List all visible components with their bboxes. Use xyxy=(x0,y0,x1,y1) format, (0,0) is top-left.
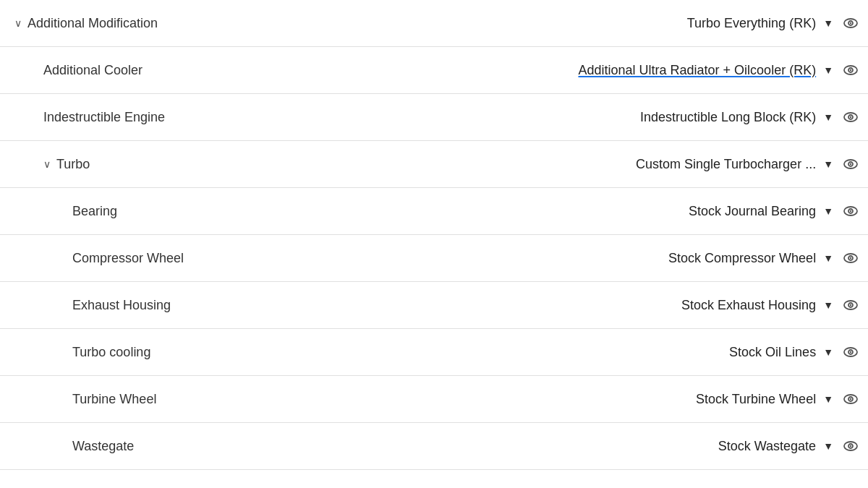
label-compressor-wheel: Compressor Wheel xyxy=(0,251,304,266)
label-text-turbo-cooling: Turbo cooling xyxy=(72,345,150,360)
modifications-panel: ∨Additional ModificationTurbo Everything… xyxy=(0,0,868,470)
svg-point-5 xyxy=(850,69,851,71)
value-text-exhaust-housing: Stock Exhaust Housing xyxy=(304,298,816,313)
svg-point-17 xyxy=(850,257,851,259)
value-col-turbo-cooling: Stock Oil Lines▼ xyxy=(304,342,868,362)
value-col-turbo: Custom Single Turbocharger ...▼ xyxy=(304,154,868,174)
value-text-wastegate: Stock Wastegate xyxy=(304,439,816,454)
eye-icon-turbo-cooling[interactable] xyxy=(841,342,861,362)
svg-point-20 xyxy=(850,304,851,306)
dropdown-arrow-turbo[interactable]: ▼ xyxy=(823,158,833,170)
value-col-exhaust-housing: Stock Exhaust Housing▼ xyxy=(304,295,868,315)
eye-icon-turbo[interactable] xyxy=(841,154,861,174)
label-text-exhaust-housing: Exhaust Housing xyxy=(72,298,171,313)
value-text-indestructible-engine: Indestructible Long Block (RK) xyxy=(304,110,816,125)
label-text-compressor-wheel: Compressor Wheel xyxy=(72,251,184,266)
label-turbo: ∨Turbo xyxy=(0,157,304,172)
eye-icon-wastegate[interactable] xyxy=(841,436,861,456)
svg-point-8 xyxy=(850,116,851,118)
label-text-additional-modification: Additional Modification xyxy=(27,16,158,31)
label-additional-cooler: Additional Cooler xyxy=(0,63,304,78)
value-col-bearing: Stock Journal Bearing▼ xyxy=(304,201,868,221)
label-turbine-wheel: Turbine Wheel xyxy=(0,392,304,407)
eye-icon-compressor-wheel[interactable] xyxy=(841,248,861,268)
label-bearing: Bearing xyxy=(0,204,304,219)
value-text-additional-modification: Turbo Everything (RK) xyxy=(304,16,816,31)
eye-icon-indestructible-engine[interactable] xyxy=(841,107,861,127)
value-col-wastegate: Stock Wastegate▼ xyxy=(304,436,868,456)
dropdown-arrow-additional-cooler[interactable]: ▼ xyxy=(823,64,833,76)
label-additional-modification: ∨Additional Modification xyxy=(0,16,304,31)
row-indestructible-engine: Indestructible EngineIndestructible Long… xyxy=(0,94,868,141)
row-additional-modification: ∨Additional ModificationTurbo Everything… xyxy=(0,0,868,47)
svg-point-29 xyxy=(850,445,851,447)
value-col-indestructible-engine: Indestructible Long Block (RK)▼ xyxy=(304,107,868,127)
dropdown-arrow-turbine-wheel[interactable]: ▼ xyxy=(823,393,833,405)
dropdown-arrow-bearing[interactable]: ▼ xyxy=(823,205,833,217)
value-col-additional-modification: Turbo Everything (RK)▼ xyxy=(304,13,868,33)
dropdown-arrow-wastegate[interactable]: ▼ xyxy=(823,440,833,452)
svg-point-26 xyxy=(850,398,851,400)
label-exhaust-housing: Exhaust Housing xyxy=(0,298,304,313)
dropdown-arrow-indestructible-engine[interactable]: ▼ xyxy=(823,111,833,123)
row-turbo: ∨TurboCustom Single Turbocharger ...▼ xyxy=(0,141,868,188)
row-compressor-wheel: Compressor WheelStock Compressor Wheel▼ xyxy=(0,235,868,282)
label-indestructible-engine: Indestructible Engine xyxy=(0,110,304,125)
dropdown-arrow-additional-modification[interactable]: ▼ xyxy=(823,17,833,29)
value-text-turbo-cooling: Stock Oil Lines xyxy=(304,345,816,360)
value-text-additional-cooler: Additional Ultra Radiator + Oilcooler (R… xyxy=(304,63,816,78)
eye-icon-bearing[interactable] xyxy=(841,201,861,221)
label-text-bearing: Bearing xyxy=(72,204,117,219)
chevron-additional-modification[interactable]: ∨ xyxy=(14,17,22,29)
label-text-turbo: Turbo xyxy=(56,157,90,172)
svg-point-2 xyxy=(850,22,851,24)
svg-point-11 xyxy=(850,163,851,165)
row-wastegate: WastegateStock Wastegate▼ xyxy=(0,423,868,470)
row-bearing: BearingStock Journal Bearing▼ xyxy=(0,188,868,235)
row-exhaust-housing: Exhaust HousingStock Exhaust Housing▼ xyxy=(0,282,868,329)
eye-icon-exhaust-housing[interactable] xyxy=(841,295,861,315)
value-col-additional-cooler: Additional Ultra Radiator + Oilcooler (R… xyxy=(304,60,868,80)
dropdown-arrow-turbo-cooling[interactable]: ▼ xyxy=(823,346,833,358)
dropdown-arrow-compressor-wheel[interactable]: ▼ xyxy=(823,252,833,264)
eye-icon-additional-cooler[interactable] xyxy=(841,60,861,80)
row-turbine-wheel: Turbine WheelStock Turbine Wheel▼ xyxy=(0,376,868,423)
svg-point-14 xyxy=(850,210,851,212)
value-text-turbo: Custom Single Turbocharger ... xyxy=(304,157,816,172)
label-text-wastegate: Wastegate xyxy=(72,439,134,454)
chevron-turbo[interactable]: ∨ xyxy=(43,158,51,170)
row-turbo-cooling: Turbo coolingStock Oil Lines▼ xyxy=(0,329,868,376)
label-text-indestructible-engine: Indestructible Engine xyxy=(43,110,165,125)
value-col-turbine-wheel: Stock Turbine Wheel▼ xyxy=(304,389,868,409)
row-additional-cooler: Additional CoolerAdditional Ultra Radiat… xyxy=(0,47,868,94)
value-text-turbine-wheel: Stock Turbine Wheel xyxy=(304,392,816,407)
svg-point-23 xyxy=(850,351,851,353)
eye-icon-turbine-wheel[interactable] xyxy=(841,389,861,409)
value-text-compressor-wheel: Stock Compressor Wheel xyxy=(304,251,816,266)
value-text-bearing: Stock Journal Bearing xyxy=(304,204,816,219)
eye-icon-additional-modification[interactable] xyxy=(841,13,861,33)
label-turbo-cooling: Turbo cooling xyxy=(0,345,304,360)
dropdown-arrow-exhaust-housing[interactable]: ▼ xyxy=(823,299,833,311)
label-text-turbine-wheel: Turbine Wheel xyxy=(72,392,156,407)
value-col-compressor-wheel: Stock Compressor Wheel▼ xyxy=(304,248,868,268)
label-wastegate: Wastegate xyxy=(0,439,304,454)
label-text-additional-cooler: Additional Cooler xyxy=(43,63,142,78)
